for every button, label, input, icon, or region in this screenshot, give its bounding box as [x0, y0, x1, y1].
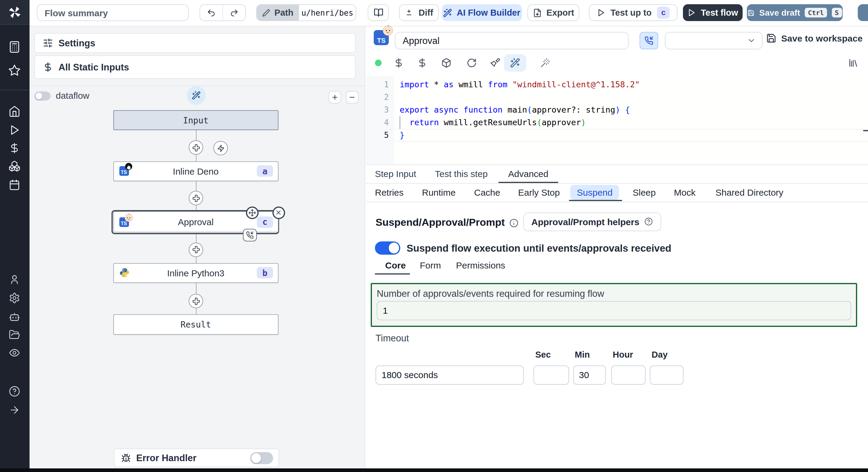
tab-sleep[interactable]: Sleep	[632, 183, 656, 201]
tab-early-stop[interactable]: Early Stop	[518, 183, 560, 201]
dataflow-toggle[interactable]	[34, 91, 51, 100]
day-input[interactable]	[650, 365, 684, 384]
tab-form[interactable]: Form	[420, 260, 441, 270]
tab-permissions[interactable]: Permissions	[456, 260, 505, 270]
flow-result-node[interactable]: Result	[113, 314, 278, 334]
zoom-out-button[interactable]: −	[346, 91, 358, 104]
step-node-inline-python3[interactable]: Inline Python3 b	[113, 263, 278, 283]
approvals-required-value: 1	[383, 306, 388, 316]
tab-label: Test this step	[435, 168, 488, 178]
tab-step-input[interactable]: Step Input	[375, 164, 416, 183]
export-button[interactable]: Export	[527, 4, 579, 21]
favorites-star-icon[interactable]	[8, 64, 21, 77]
tab-shared-directory[interactable]: Shared Directory	[715, 183, 783, 201]
deno-icon	[124, 163, 132, 171]
path-edit-button[interactable]: Path	[257, 5, 299, 21]
collapse-arrow-icon[interactable]	[9, 404, 21, 416]
add-trigger-button[interactable]	[213, 141, 228, 155]
add-step-button[interactable]	[189, 191, 203, 205]
variables-picker-icon[interactable]	[394, 58, 404, 68]
tab-test-this-step[interactable]: Test this step	[435, 164, 488, 183]
add-step-button[interactable]	[189, 140, 203, 155]
line-number: 1	[371, 80, 389, 89]
diff-icon	[405, 8, 414, 17]
sec-input[interactable]	[533, 365, 569, 384]
apps-icon[interactable]	[8, 41, 21, 53]
approval-prompt-helpers-button[interactable]: Approval/Prompt helpers	[523, 212, 661, 231]
all-static-inputs-row[interactable]: All Static Inputs	[34, 56, 355, 79]
status-dot	[375, 60, 381, 66]
dataflow-label: dataflow	[56, 90, 90, 101]
resources-icon[interactable]	[9, 160, 21, 172]
test-up-to-button[interactable]: Test up to c	[589, 4, 678, 21]
save-to-workspace-button[interactable]: Save to workspace	[766, 33, 863, 43]
hour-input[interactable]	[611, 365, 646, 384]
workers-icon[interactable]	[9, 311, 21, 322]
suspend-toggle[interactable]	[375, 241, 400, 255]
help-icon[interactable]	[9, 385, 21, 397]
disable-ai-icon[interactable]	[540, 58, 550, 68]
move-node-handle[interactable]	[246, 206, 258, 219]
format-brush-icon[interactable]	[490, 58, 500, 68]
delete-node-button[interactable]	[272, 206, 285, 219]
folders-icon[interactable]	[9, 329, 21, 340]
home-icon[interactable]	[9, 105, 21, 117]
test-up-to-label: Test up to	[611, 8, 652, 18]
error-handler-toggle[interactable]	[250, 452, 273, 464]
audit-eye-icon[interactable]	[9, 347, 21, 359]
user-icon[interactable]	[9, 274, 21, 285]
tab-label: Core	[385, 260, 406, 270]
suspend-heading: Suspend/Approval/Prompt	[375, 217, 505, 229]
step-node-inline-deno[interactable]: TS Inline Deno a	[113, 161, 278, 181]
undo-button[interactable]	[200, 5, 223, 21]
suspend-phone-indicator[interactable]	[639, 32, 658, 49]
redo-button[interactable]	[223, 5, 245, 21]
save-draft-button[interactable]: Save draft Ctrl S	[747, 4, 842, 21]
tab-runtime[interactable]: Runtime	[422, 183, 456, 201]
settings-gear-icon[interactable]	[9, 292, 21, 304]
info-icon[interactable]	[510, 218, 519, 227]
flow-settings-row[interactable]: Settings	[34, 33, 355, 53]
schedules-icon[interactable]	[9, 179, 21, 191]
path-value[interactable]: u/henri/bes	[299, 5, 355, 21]
runs-icon[interactable]	[9, 124, 21, 136]
flow-summary-input[interactable]: Flow summary	[37, 4, 189, 21]
suspend-phone-badge[interactable]	[243, 229, 257, 241]
tab-advanced[interactable]: Advanced	[508, 164, 548, 183]
package-icon[interactable]	[441, 58, 452, 68]
ai-assistant-button[interactable]	[504, 54, 526, 72]
approvals-required-input[interactable]: 1	[377, 301, 851, 320]
error-handler-row[interactable]: Error Handler	[114, 448, 279, 467]
python-icon	[119, 268, 129, 278]
ai-flow-builder-button[interactable]: AI Flow Builder	[441, 4, 522, 21]
test-flow-button[interactable]: Test flow	[683, 4, 742, 21]
approvals-required-label: Number of approvals/events required for …	[377, 289, 604, 299]
tab-core[interactable]: Core	[385, 260, 406, 270]
file-export-icon	[532, 8, 541, 17]
wand-sparkles-icon	[510, 58, 520, 68]
variables-icon[interactable]	[9, 142, 21, 154]
code-editor[interactable]: import * as wmill from "windmill-client@…	[394, 76, 868, 164]
library-icon[interactable]	[848, 58, 858, 68]
deploy-button-partial[interactable]	[858, 4, 868, 21]
ai-graph-wand-button[interactable]	[187, 86, 205, 105]
tab-cache[interactable]: Cache	[474, 183, 500, 201]
suspend-section-heading-row: Suspend/Approval/Prompt	[375, 217, 519, 229]
script-version-select[interactable]	[664, 32, 763, 49]
save-to-workspace-label: Save to workspace	[781, 33, 863, 43]
resources-picker-icon[interactable]	[417, 58, 427, 68]
reload-icon[interactable]	[467, 58, 477, 68]
add-step-button[interactable]	[189, 294, 203, 308]
docs-button[interactable]	[368, 4, 389, 21]
tab-mock[interactable]: Mock	[674, 183, 695, 201]
tab-suspend[interactable]: Suspend	[570, 183, 619, 201]
timeout-input[interactable]: 1800 seconds	[375, 365, 524, 384]
flow-input-node[interactable]: Input	[113, 110, 278, 130]
diff-button[interactable]: Diff	[399, 4, 439, 21]
min-input[interactable]: 30	[573, 365, 606, 384]
windmill-logo[interactable]	[0, 0, 29, 25]
tab-retries[interactable]: Retries	[375, 183, 404, 201]
step-name-input[interactable]: Approval	[395, 32, 629, 49]
add-step-button[interactable]	[189, 242, 203, 257]
zoom-in-button[interactable]: +	[329, 91, 341, 104]
